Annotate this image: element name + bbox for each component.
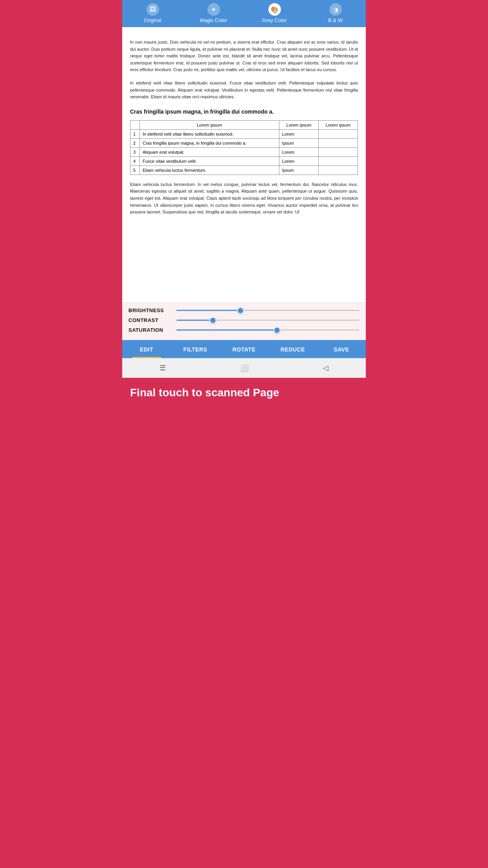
table-row: 1 In eleifend velit vitae libero sollici…: [130, 129, 358, 138]
table-cell-col2: Lorem: [279, 156, 319, 166]
toolbar-edit[interactable]: EDIT: [122, 340, 171, 358]
table-row: 5 Etiam vehicula luctus fermentum. Ipsum: [130, 166, 358, 175]
bw-icon: ◑: [329, 3, 342, 16]
table-row: 3 Aliquam erat volutpat. Lorem: [130, 147, 358, 156]
contrast-row: CONTRAST: [128, 317, 360, 323]
document-table: Lorem ipsum Lorem ipsum Lorem ipsum 1 In…: [130, 120, 358, 175]
brightness-label: BRIGHTNESS: [128, 307, 172, 313]
table-cell-num: 4: [130, 156, 140, 166]
table-cell-col2: Lorem: [279, 147, 319, 156]
table-cell-col2: Ipsum: [279, 138, 319, 147]
table-cell-col1: Etiam vehicula luctus fermentum.: [140, 166, 279, 175]
filter-bar: 🖼 Original ✦ Magic Color 🎨 Grey Color ◑ …: [122, 0, 366, 27]
filter-bw[interactable]: ◑ B & W: [305, 3, 366, 23]
filter-magic-color[interactable]: ✦ Magic Color: [183, 3, 244, 23]
table-row: 2 Cras fringilla ipsum magna, in fringil…: [130, 138, 358, 147]
sliders-panel: BRIGHTNESS CONTRAST SATURATION: [122, 302, 366, 340]
table-row: 4 Fusce vitae vestibulum velit. Lorem: [130, 156, 358, 166]
nav-back-icon[interactable]: ◁: [323, 364, 328, 372]
nav-home-icon[interactable]: ⬜: [240, 364, 249, 372]
filter-original[interactable]: 🖼 Original: [122, 3, 183, 23]
table-cell-col1: In eleifend velit vitae libero sollicitu…: [140, 129, 279, 138]
promo-text: Final touch to scanned Page: [130, 386, 358, 400]
saturation-track[interactable]: [176, 329, 360, 331]
table-cell-num: 1: [130, 129, 140, 138]
toolbar-save[interactable]: SAVE: [317, 340, 366, 358]
paragraph-1: In non mauris justo. Duis vehicula mi ve…: [130, 39, 358, 74]
brightness-row: BRIGHTNESS: [128, 307, 360, 313]
doc-footer-text: Etiam vehicula luctus fermentum. In vel …: [130, 181, 358, 216]
table-cell-col1: Cras fringilla ipsum magna, in fringilla…: [140, 138, 279, 147]
table-header-2: Lorem ipsum: [279, 120, 319, 129]
grey-color-label: Grey Color: [262, 17, 287, 23]
promo-footer: Final touch to scanned Page: [122, 378, 366, 408]
original-icon: 🖼: [147, 3, 159, 16]
magic-color-label: Magic Color: [200, 17, 227, 23]
original-label: Original: [144, 17, 161, 23]
brightness-track[interactable]: [176, 310, 360, 311]
table-cell-col2: Lorem: [279, 129, 319, 138]
bottom-toolbar: EDIT FILTERS ROTATE REDUCE SAVE: [122, 340, 366, 358]
table-header-3: Lorem ipsum: [319, 120, 358, 129]
contrast-label: CONTRAST: [128, 317, 172, 323]
toolbar-rotate[interactable]: ROTATE: [220, 340, 268, 358]
document-heading: Cras fringilla ipsum magna, in fringilla…: [130, 108, 358, 115]
saturation-label: SATURATION: [128, 327, 172, 333]
toolbar-reduce[interactable]: REDUCE: [268, 340, 317, 358]
contrast-track[interactable]: [176, 320, 360, 321]
table-cell-num: 3: [130, 147, 140, 156]
table-cell-col3: [319, 166, 358, 175]
bw-label: B & W: [328, 17, 343, 23]
paragraph-2: In eleifend velit vitae libero sollicitu…: [130, 80, 358, 101]
saturation-row: SATURATION: [128, 327, 360, 333]
grey-color-icon: 🎨: [268, 3, 281, 16]
table-cell-col3: [319, 156, 358, 166]
table-cell-col2: Ipsum: [279, 166, 319, 175]
table-cell-num: 2: [130, 138, 140, 147]
filter-grey-color[interactable]: 🎨 Grey Color: [244, 3, 305, 23]
nav-menu-icon[interactable]: ☰: [160, 364, 166, 372]
table-cell-col3: [319, 138, 358, 147]
document-area: In non mauris justo. Duis vehicula mi ve…: [122, 27, 366, 302]
table-header-1: Lorem ipsum: [140, 120, 279, 129]
table-cell-col1: Fusce vitae vestibulum velit.: [140, 156, 279, 166]
table-header-0: [130, 120, 140, 129]
toolbar-filters[interactable]: FILTERS: [171, 340, 220, 358]
table-cell-col3: [319, 129, 358, 138]
android-nav-bar: ☰ ⬜ ◁: [122, 358, 366, 378]
table-cell-col1: Aliquam erat volutpat.: [140, 147, 279, 156]
table-cell-num: 5: [130, 166, 140, 175]
magic-color-icon: ✦: [207, 3, 220, 16]
table-cell-col3: [319, 147, 358, 156]
